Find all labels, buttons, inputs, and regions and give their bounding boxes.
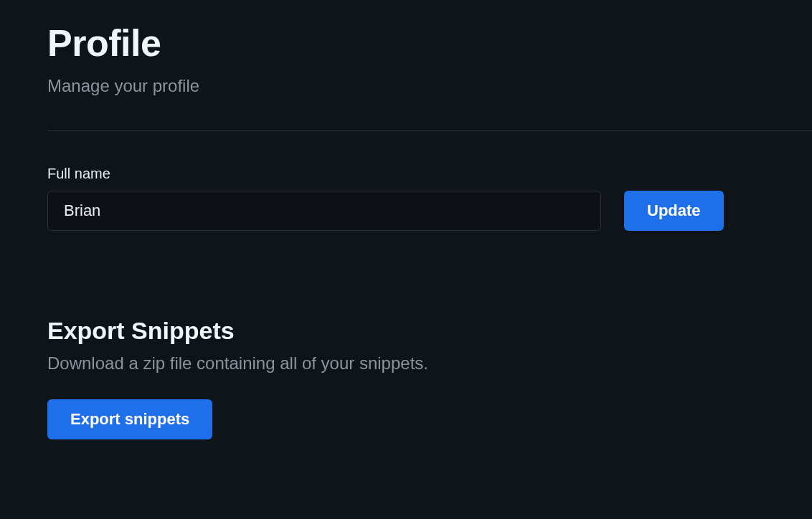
full-name-field-group: Full name (47, 166, 601, 231)
export-description: Download a zip file containing all of yo… (47, 353, 812, 373)
update-button[interactable]: Update (624, 191, 724, 231)
export-title: Export Snippets (47, 317, 812, 345)
export-snippets-button[interactable]: Export snippets (47, 399, 212, 439)
divider (47, 130, 812, 131)
page-title: Profile (47, 22, 812, 65)
full-name-input[interactable] (47, 191, 601, 231)
full-name-label: Full name (47, 166, 601, 182)
page-subtitle: Manage your profile (47, 76, 812, 96)
full-name-row: Full name Update (47, 166, 812, 231)
